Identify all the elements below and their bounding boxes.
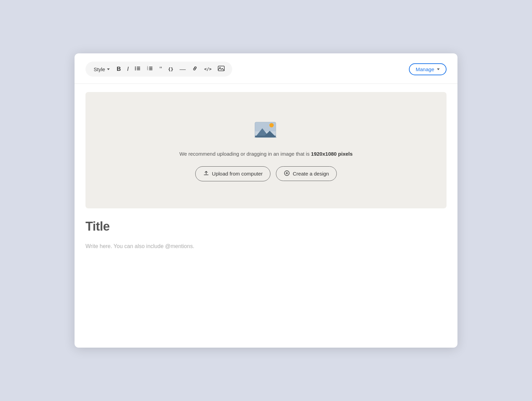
create-design-label: Create a design: [293, 171, 329, 177]
divider-button[interactable]: —: [177, 64, 188, 75]
code-block-button[interactable]: {}: [165, 65, 176, 74]
inline-code-button[interactable]: </>: [201, 65, 214, 73]
image-toolbar-icon: [218, 65, 225, 73]
svg-rect-20: [255, 136, 276, 138]
style-dropdown-button[interactable]: Style: [90, 65, 113, 74]
image-placeholder-icon: [254, 119, 278, 140]
link-icon: [192, 66, 198, 73]
unordered-list-icon: [135, 66, 141, 73]
italic-button[interactable]: I: [124, 64, 132, 74]
toolbar-area: Style B I: [75, 53, 457, 84]
link-button[interactable]: [189, 64, 201, 74]
inline-code-icon: </>: [204, 67, 212, 72]
svg-rect-5: [137, 69, 140, 70]
image-button[interactable]: [215, 64, 227, 75]
bold-icon: B: [117, 66, 121, 73]
divider-icon: —: [179, 66, 186, 73]
editor-window: Style B I: [75, 53, 457, 348]
recommend-text-prefix: We recommend uploading or dragging in an…: [179, 151, 311, 157]
upload-icon: [203, 170, 209, 178]
manage-button[interactable]: Manage: [409, 63, 447, 75]
create-design-button[interactable]: Create a design: [276, 166, 337, 181]
image-drop-zone[interactable]: We recommend uploading or dragging in an…: [85, 92, 447, 208]
svg-rect-11: [149, 69, 152, 70]
upload-from-computer-button[interactable]: Upload from computer: [195, 166, 270, 181]
ordered-list-icon: 1. 2. 3.: [147, 66, 153, 73]
svg-rect-10: [149, 68, 152, 69]
blockquote-icon: ": [159, 66, 162, 73]
code-block-icon: {}: [168, 67, 173, 72]
svg-rect-4: [137, 68, 140, 69]
manage-chevron-icon: [437, 68, 440, 70]
manage-label: Manage: [416, 66, 434, 72]
action-buttons: Upload from computer Create a design: [195, 166, 337, 181]
ordered-list-button[interactable]: 1. 2. 3.: [144, 64, 156, 74]
svg-rect-9: [149, 67, 152, 67]
svg-rect-12: [218, 66, 224, 71]
svg-point-2: [135, 69, 136, 70]
blockquote-button[interactable]: ": [157, 64, 164, 74]
create-design-icon: [284, 170, 290, 177]
style-label: Style: [94, 66, 105, 72]
image-placeholder-icon-container: [254, 119, 278, 141]
recommend-dimensions: 1920x1080 pixels: [311, 151, 353, 157]
content-area: We recommend uploading or dragging in an…: [75, 84, 457, 267]
style-chevron-icon: [107, 68, 110, 70]
svg-text:3.: 3.: [147, 68, 148, 70]
formatting-toolbar: Style B I: [85, 62, 232, 77]
post-title[interactable]: Title: [85, 219, 447, 234]
svg-point-0: [135, 67, 136, 68]
svg-rect-3: [137, 67, 140, 67]
post-body[interactable]: Write here. You can also include @mentio…: [85, 242, 447, 251]
svg-point-16: [269, 123, 274, 127]
upload-button-label: Upload from computer: [212, 171, 263, 177]
bold-button[interactable]: B: [114, 64, 123, 74]
svg-point-1: [135, 68, 136, 69]
italic-icon: I: [127, 66, 129, 73]
title-area: Title Write here. You can also include @…: [85, 219, 447, 256]
recommend-text: We recommend uploading or dragging in an…: [179, 151, 353, 157]
unordered-list-button[interactable]: [132, 64, 144, 74]
